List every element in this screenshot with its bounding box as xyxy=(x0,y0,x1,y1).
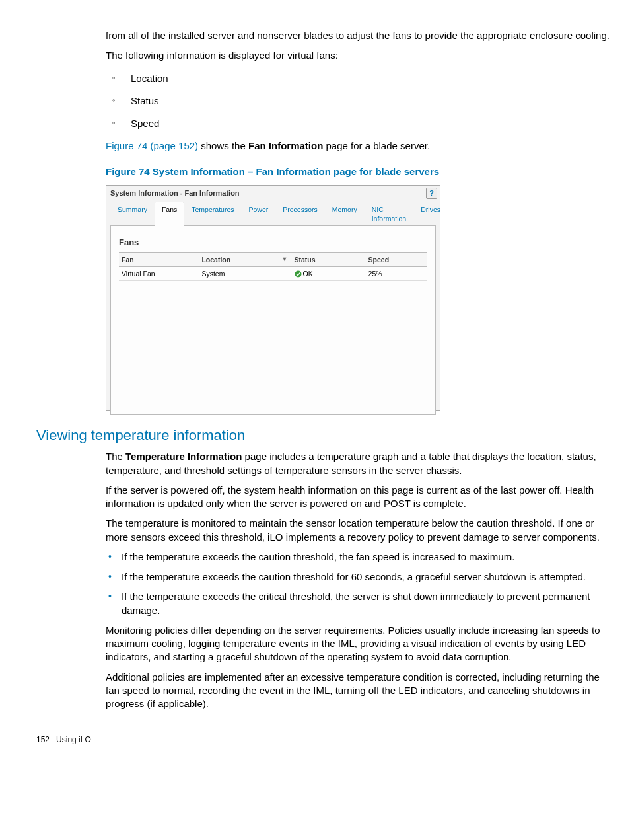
paragraph: Monitoring policies differ depending on … xyxy=(106,624,614,664)
bold-text: Fan Information xyxy=(248,140,323,151)
section-heading-temperature: Viewing temperature information xyxy=(36,426,610,445)
figure-cross-reference-link[interactable]: Figure 74 (page 152) xyxy=(106,140,198,151)
col-speed[interactable]: Speed xyxy=(366,252,427,266)
paragraph: The temperature is monitored to maintain… xyxy=(106,517,614,544)
cell-location: System xyxy=(199,266,291,280)
bold-text: Temperature Information xyxy=(125,451,242,462)
page-number: 152 xyxy=(36,735,50,744)
panel-title: System Information - Fan Information xyxy=(110,188,240,198)
paragraph: Figure 74 (page 152) shows the Fan Infor… xyxy=(106,139,614,153)
section-heading: Fans xyxy=(119,237,427,248)
fan-table: Fan Location ▼ Status Speed Virtual Fan … xyxy=(119,252,427,281)
svg-point-0 xyxy=(295,270,301,277)
paragraph: The Temperature Information page include… xyxy=(106,450,614,477)
cell-fan: Virtual Fan xyxy=(119,266,199,280)
tab-processors[interactable]: Processors xyxy=(275,202,325,226)
text: The xyxy=(106,451,125,462)
tab-memory[interactable]: Memory xyxy=(325,202,365,226)
paragraph: Additional policies are implemented afte… xyxy=(106,671,614,711)
sort-icon[interactable]: ▼ xyxy=(282,255,288,263)
status-ok-icon xyxy=(295,270,302,278)
col-status[interactable]: Status xyxy=(292,252,366,266)
paragraph: The following information is displayed f… xyxy=(106,49,614,62)
list-item: If the temperature exceeds the critical … xyxy=(106,590,614,617)
tab-fans[interactable]: Fans xyxy=(155,202,184,226)
table-row: Virtual Fan System OK 25% xyxy=(119,266,427,280)
paragraph: from all of the installed server and non… xyxy=(106,29,614,42)
list-item: Location xyxy=(106,72,614,85)
list-item: If the temperature exceeds the caution t… xyxy=(106,570,614,584)
system-info-panel: System Information - Fan Information ? S… xyxy=(106,185,440,411)
page-footer: 152 Using iLO xyxy=(36,734,610,745)
tab-summary[interactable]: Summary xyxy=(110,202,155,226)
status-text: OK xyxy=(303,270,313,278)
policy-list: If the temperature exceeds the caution t… xyxy=(106,551,614,617)
col-fan[interactable]: Fan xyxy=(119,252,199,266)
help-icon[interactable]: ? xyxy=(426,188,437,199)
col-location-label: Location xyxy=(201,256,230,264)
panel-body: Fans Fan Location ▼ Status Speed xyxy=(110,226,436,415)
text: page for a blade server. xyxy=(323,140,430,151)
list-item: Speed xyxy=(106,117,614,130)
paragraph: If the server is powered off, the system… xyxy=(106,484,614,511)
figure-caption: Figure 74 System Information – Fan Infor… xyxy=(106,165,614,178)
footer-label: Using iLO xyxy=(56,735,91,744)
tab-bar: Summary Fans Temperatures Power Processo… xyxy=(110,201,436,226)
tab-nic[interactable]: NIC Information xyxy=(365,202,414,226)
tab-drives[interactable]: Drives xyxy=(413,202,448,226)
text: shows the xyxy=(198,140,248,151)
tab-power[interactable]: Power xyxy=(241,202,275,226)
list-item: Status xyxy=(106,95,614,108)
tab-temperatures[interactable]: Temperatures xyxy=(184,202,241,226)
cell-status: OK xyxy=(292,266,366,280)
virtual-fans-list: Location Status Speed xyxy=(106,72,614,131)
list-item: If the temperature exceeds the caution t… xyxy=(106,551,614,564)
cell-speed: 25% xyxy=(366,266,427,280)
col-location[interactable]: Location ▼ xyxy=(199,252,291,266)
